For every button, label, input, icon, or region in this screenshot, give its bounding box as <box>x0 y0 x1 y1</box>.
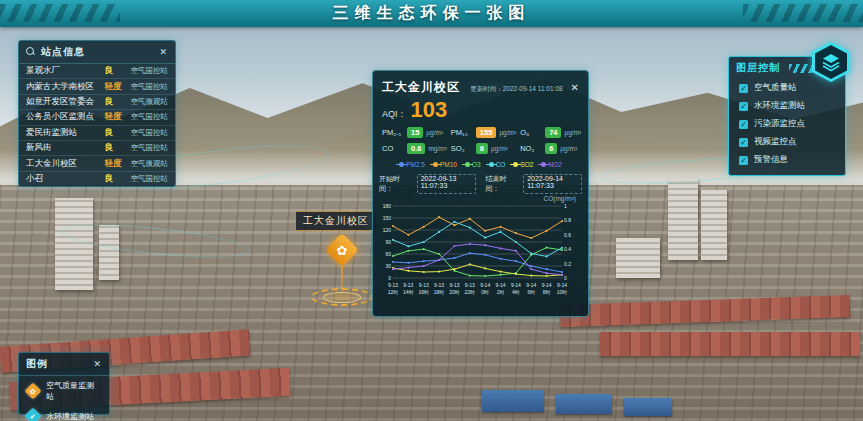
legend-item: ✔水环境监测站 <box>19 406 109 421</box>
station-name: 爱民街监测站 <box>26 127 101 139</box>
station-type: 空气国控站 <box>131 82 169 92</box>
start-time-label: 开始时间： <box>379 174 407 194</box>
pollutant-reading: NO₂6μg/m³ <box>520 143 581 154</box>
station-type: 空气国控站 <box>131 143 169 153</box>
station-row[interactable]: 如意开发区管委会良空气微观站 <box>19 95 175 110</box>
pollutant-name: PM₁₀ <box>451 128 473 137</box>
layers-hex-button[interactable] <box>812 42 850 82</box>
station-type: 空气微观站 <box>131 97 169 107</box>
svg-text:9-14: 9-14 <box>526 282 536 288</box>
layer-checkbox[interactable]: ✓ <box>739 138 748 147</box>
station-row[interactable]: 景观水厂良空气国控站 <box>19 64 175 79</box>
pollutant-value-badge: 74 <box>545 127 561 138</box>
svg-text:150: 150 <box>383 215 392 221</box>
chart-legend-item[interactable]: PM10 <box>433 161 457 168</box>
svg-text:180: 180 <box>383 203 392 209</box>
layer-item[interactable]: ✓污染源监控点 <box>729 115 845 133</box>
layer-checkbox[interactable]: ✓ <box>739 102 748 111</box>
end-time-input[interactable]: 2022-09-14 11:07:33 <box>523 174 582 194</box>
station-aqi-level: 轻度 <box>105 158 127 170</box>
start-time-input[interactable]: 2022-09-13 11:07:33 <box>417 174 476 194</box>
layer-checkbox[interactable]: ✓ <box>739 156 748 165</box>
legend-marker-icon <box>399 162 404 167</box>
svg-text:0.8: 0.8 <box>564 217 571 223</box>
layer-checkbox[interactable]: ✓ <box>739 84 748 93</box>
station-row[interactable]: 内蒙古大学南校区轻度空气国控站 <box>19 79 175 94</box>
svg-text:9-13: 9-13 <box>449 282 459 288</box>
layer-item[interactable]: ✓水环境监测站 <box>729 97 845 115</box>
svg-text:9-13: 9-13 <box>403 282 413 288</box>
pollutant-unit: μg/m³ <box>499 129 516 136</box>
trend-chart-svg: 030609012015018000.20.40.60.819-1312时9-1… <box>377 202 582 306</box>
station-rows: 景观水厂良空气国控站内蒙古大学南校区轻度空气国控站如意开发区管委会良空气微观站公… <box>19 64 175 187</box>
close-icon[interactable]: ✕ <box>93 360 102 369</box>
legend-marker-icon <box>541 162 546 167</box>
svg-text:18时: 18时 <box>434 289 445 295</box>
svg-text:1: 1 <box>564 203 567 209</box>
pollutant-name: SO₂ <box>451 144 473 153</box>
pollutant-value-badge: 15 <box>407 127 423 138</box>
station-row[interactable]: 工大金川校区轻度空气微观站 <box>19 156 175 171</box>
legend-marker-icon <box>489 162 494 167</box>
chart-legend-item[interactable]: O3 <box>465 161 481 168</box>
close-icon[interactable]: ✕ <box>571 82 579 93</box>
station-name: 景观水厂 <box>26 65 101 77</box>
chart-legend-item[interactable]: CO <box>489 161 506 168</box>
station-name: 如意开发区管委会 <box>26 96 101 108</box>
page-title: 三维生态环保一张图 <box>333 3 531 24</box>
selection-ring-inner <box>323 292 361 303</box>
svg-text:9-13: 9-13 <box>419 282 429 288</box>
app-window: 三维生态环保一张图 站点信息 ✕ 景观水厂良空气国控站内蒙古大学南校区轻度空气国… <box>0 0 863 421</box>
svg-text:9-14: 9-14 <box>496 282 506 288</box>
station-aqi-level: 良 <box>105 65 127 77</box>
building <box>701 190 727 260</box>
station-name: 公务员小区监测点 <box>26 111 101 123</box>
station-type: 空气国控站 <box>131 66 169 76</box>
warehouse <box>482 390 544 412</box>
pollutant-name: NO₂ <box>520 144 542 153</box>
building-row <box>600 332 860 356</box>
svg-text:0.2: 0.2 <box>564 261 571 267</box>
svg-text:4时: 4时 <box>512 289 520 295</box>
layer-item[interactable]: ✓视频监控点 <box>729 133 845 151</box>
layer-panel-title: 图层控制 <box>736 61 780 75</box>
svg-text:10时: 10时 <box>557 289 568 295</box>
svg-text:0: 0 <box>564 275 567 281</box>
station-row[interactable]: 爱民街监测站良空气国控站 <box>19 126 175 141</box>
chart-legend-item[interactable]: PM2.5 <box>399 161 425 168</box>
svg-text:20时: 20时 <box>449 289 460 295</box>
svg-text:90: 90 <box>385 239 391 245</box>
legend-item: ✿空气质量监测站 <box>19 376 109 406</box>
station-row[interactable]: 小召良空气国控站 <box>19 172 175 187</box>
pollutant-reading: SO₂8μg/m³ <box>451 143 516 154</box>
station-row[interactable]: 公务员小区监测点轻度空气国控站 <box>19 110 175 125</box>
svg-text:0.6: 0.6 <box>564 232 571 238</box>
pollutant-grid: PM₂.₅15μg/m³PM₁₀155μg/m³O₃74μg/m³CO0.6mg… <box>373 124 588 158</box>
layer-checkbox[interactable]: ✓ <box>739 120 748 129</box>
station-marker-label[interactable]: 工大金川校区 <box>295 211 377 231</box>
legend-series-name: PM10 <box>440 161 457 168</box>
svg-text:0时: 0时 <box>481 289 489 295</box>
svg-text:9-14: 9-14 <box>557 282 567 288</box>
warehouse <box>624 398 672 416</box>
svg-text:9-14: 9-14 <box>511 282 521 288</box>
layer-label: 预警信息 <box>754 154 788 166</box>
svg-text:9-14: 9-14 <box>480 282 490 288</box>
update-time: 更新时间：2022-09-14 11:01:08 <box>470 85 562 94</box>
station-type: 空气微观站 <box>131 159 169 169</box>
chart-legend-item[interactable]: SO2 <box>513 161 533 168</box>
pollutant-reading: PM₁₀155μg/m³ <box>451 127 516 138</box>
legend-marker-icon <box>513 162 518 167</box>
aqi-label: AQI： <box>382 108 407 121</box>
close-icon[interactable]: ✕ <box>159 48 168 57</box>
chart-legend-item[interactable]: NO2 <box>541 161 561 168</box>
svg-text:9-13: 9-13 <box>434 282 444 288</box>
station-row[interactable]: 新风街良空气国控站 <box>19 141 175 156</box>
station-marker-icon: ✿ <box>25 383 42 400</box>
svg-text:8时: 8时 <box>543 289 551 295</box>
pollutant-name: O₃ <box>520 128 542 137</box>
station-name: 小召 <box>26 173 101 185</box>
chart-legend: PM2.5PM10O3COSO2NO2 <box>373 158 588 170</box>
layer-item[interactable]: ✓预警信息 <box>729 151 845 169</box>
station-aqi-level: 轻度 <box>105 111 127 123</box>
